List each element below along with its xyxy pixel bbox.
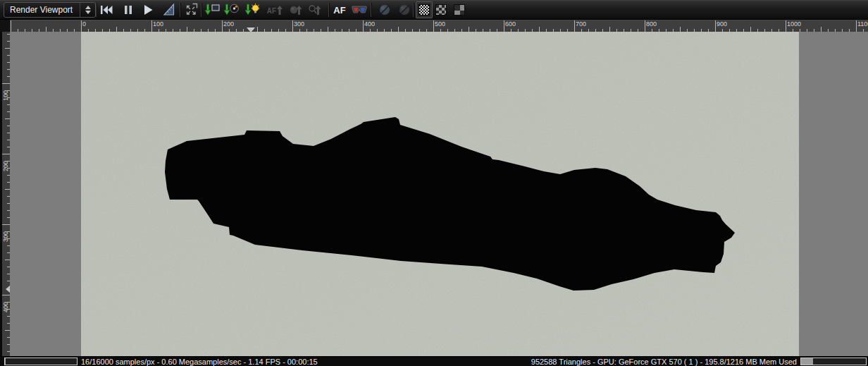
focus-picker-button[interactable] <box>161 1 178 18</box>
ruler-label: 400 <box>2 297 9 312</box>
ruler-tick <box>11 20 11 32</box>
ruler-label: 300 <box>294 21 304 28</box>
ruler-tick <box>46 27 46 32</box>
ruler-tick <box>574 20 575 32</box>
subsample-2x2-button[interactable] <box>433 1 450 18</box>
status-bar: 16/16000 samples/px - 0.60 Megasamples/s… <box>0 356 868 366</box>
ruler-label: 800 <box>646 21 657 28</box>
object-pick-button[interactable] <box>306 1 323 18</box>
ruler-tick <box>5 118 10 119</box>
ruler-tick <box>786 20 786 32</box>
toolbar-separator <box>96 3 97 17</box>
sphere-up-arrow-icon <box>290 4 302 16</box>
ruler-label: 0 <box>82 21 86 28</box>
ruler-tick <box>151 20 152 32</box>
slashed-sphere-button-2[interactable] <box>396 1 413 18</box>
toolbar-separator <box>180 3 180 17</box>
ruler-tick <box>187 27 187 32</box>
rendered-image <box>81 32 799 356</box>
save-lightbulb-icon <box>244 4 260 16</box>
toolbar-separator <box>371 3 371 17</box>
vertical-ruler: 100200300400 <box>2 32 10 356</box>
viewport-mode-dropdown[interactable]: Render Viewport <box>4 2 96 18</box>
resume-render-button[interactable] <box>140 1 156 18</box>
ruler-tick <box>750 27 751 32</box>
save-disc-icon <box>223 4 239 16</box>
scene-stats-text: 952588 Triangles - GPU: GeForce GTX 570 … <box>531 358 797 366</box>
af-up-arrow-icon: AF <box>267 6 283 15</box>
ruler-tick <box>5 330 10 331</box>
ruler-tick <box>504 20 504 32</box>
ruler-tick <box>609 27 610 32</box>
ruler-tick <box>433 20 434 32</box>
pause-icon <box>123 5 133 15</box>
save-render-state-button[interactable] <box>223 1 240 18</box>
play-icon <box>143 5 153 15</box>
anaglyph-stereo-button[interactable] <box>351 1 368 18</box>
slashed-sphere-icon <box>378 4 391 16</box>
ruler-tick <box>81 20 82 32</box>
subsample-4x4-button[interactable] <box>451 1 468 18</box>
ruler-tick <box>116 27 117 32</box>
spinner-arrows-icon[interactable] <box>80 3 95 17</box>
ruler-corner <box>0 20 10 32</box>
render-viewport-window: Render Viewport <box>0 0 868 366</box>
expand-arrows-icon <box>184 3 198 17</box>
ruler-label: 300 <box>2 226 9 242</box>
recenter-view-button[interactable] <box>182 1 199 18</box>
checkerboard-medium-icon <box>435 4 447 16</box>
ruler-label: 700 <box>576 21 586 28</box>
ruler-tick <box>257 27 258 32</box>
ruler-label: 200 <box>223 21 234 28</box>
set-square-ruler-icon <box>163 3 177 17</box>
render-progress-bar <box>4 358 78 365</box>
ruler-tick <box>292 20 293 32</box>
ruler-label: 600 <box>505 21 516 28</box>
ruler-tick <box>645 20 645 32</box>
pause-render-button[interactable] <box>120 1 137 18</box>
ruler-tick <box>2 83 10 84</box>
slashed-sphere-button-1[interactable] <box>376 1 393 18</box>
af-pick-button[interactable]: AF <box>266 1 283 18</box>
ruler-label: 400 <box>364 21 375 28</box>
toolbar: Render Viewport <box>0 0 868 20</box>
render-viewport[interactable] <box>10 32 868 356</box>
ruler-tick <box>2 154 10 154</box>
ruler-tick <box>5 260 10 260</box>
ruler-tick <box>5 189 10 190</box>
ruler-label: 1000 <box>787 21 801 28</box>
magnifier-up-arrow-icon <box>309 4 321 16</box>
toolbar-separator <box>413 3 414 17</box>
af-text-icon: AF <box>333 5 345 16</box>
ruler-tick <box>398 27 399 32</box>
ruler-label: 100 <box>2 85 9 101</box>
ruler-tick <box>2 295 10 295</box>
toolbar-separator <box>201 3 202 17</box>
toolbar-separator <box>328 3 329 17</box>
render-noise-overlay <box>81 32 799 356</box>
gpu-memory-bar <box>800 358 867 365</box>
ruler-label: 200 <box>2 156 9 171</box>
3d-glasses-icon <box>352 5 367 15</box>
ruler-tick <box>328 27 328 32</box>
ruler-label: 1100 <box>857 21 868 28</box>
ruler-tick <box>469 27 469 32</box>
ruler-tick <box>363 20 364 32</box>
save-image-button[interactable] <box>204 1 221 18</box>
ruler-tick <box>715 20 716 32</box>
checkerboard-fine-icon <box>418 4 430 16</box>
restart-render-button[interactable] <box>98 1 115 18</box>
ruler-label: 900 <box>717 21 727 28</box>
viewport-mode-label: Render Viewport <box>4 5 80 15</box>
save-lighting-button[interactable] <box>244 1 261 18</box>
autofocus-toggle-button[interactable]: AF <box>331 1 348 18</box>
ruler-tick <box>2 224 10 225</box>
render-stats-text: 16/16000 samples/px - 0.60 Megasamples/s… <box>81 358 318 366</box>
ruler-tick <box>222 20 223 32</box>
subsample-none-button[interactable] <box>416 1 433 18</box>
material-pick-button[interactable] <box>287 1 304 18</box>
ruler-label: 500 <box>435 21 445 28</box>
ruler-tick <box>5 48 10 49</box>
skip-to-start-icon <box>100 5 113 15</box>
horizontal-ruler: 010020030040050060070080090010001100 <box>10 20 868 32</box>
